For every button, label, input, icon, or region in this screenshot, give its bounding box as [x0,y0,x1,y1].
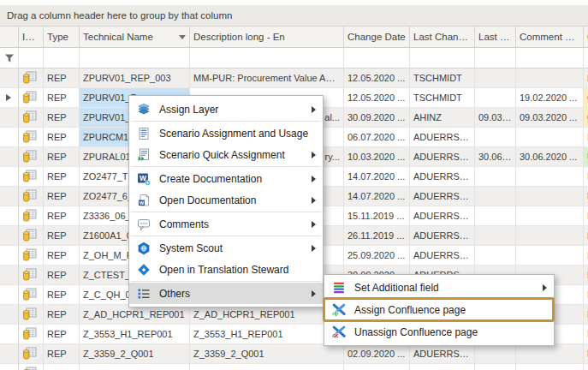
cell-status[interactable]: N [584,128,588,147]
column-header-type[interactable]: Type [44,27,80,48]
cell-icon[interactable] [19,88,44,108]
cell-type[interactable]: REP [44,69,80,88]
cell-icon[interactable] [19,305,44,325]
cell-status[interactable]: N [584,344,588,364]
cell-description[interactable]: Z_3359_2_Q001 [190,344,344,364]
cell-comment[interactable] [516,226,584,246]
column-header-icon[interactable]: Icon [19,27,44,48]
cell-change_date[interactable]: 02.09.2020 ... [344,344,410,364]
cell-icon[interactable] [19,206,44,226]
cell-icon[interactable] [19,226,44,246]
filter-cell-change_date[interactable] [344,48,410,69]
cell-last_doc[interactable] [475,69,516,88]
cell-status[interactable]: N [584,246,588,266]
cell-change_date[interactable]: 26.11.2019 ... [344,226,410,246]
cell-type[interactable]: REP [44,108,80,128]
column-header-last_changed[interactable]: Last Change... [410,27,475,48]
cell-type[interactable]: REP [44,344,80,364]
filter-cell-status[interactable] [584,48,588,69]
cell-status[interactable]: N [584,226,588,246]
cell-description[interactable]: Z_AD_HCPR1_REP001 [190,305,344,325]
cell-last_changed[interactable]: TSCHMIDT [410,69,475,88]
menu-item-create-documentation[interactable]: WCreate Documentation [129,168,323,189]
cell-technical_name[interactable] [80,364,190,370]
cell-last_changed[interactable]: AHINZ [410,108,475,128]
cell-type[interactable]: REP [44,128,80,147]
cell-last_changed[interactable]: TSCHMIDT [410,88,475,108]
cell-last_doc[interactable] [475,206,516,226]
cell-change_date[interactable]: 30.09.2020 ... [344,108,410,128]
column-header-description[interactable]: Description long - En [190,27,344,48]
cell-icon[interactable] [19,285,44,305]
cell-comment[interactable] [516,206,584,226]
cell-technical_name[interactable]: Z_3553_H1_REP001 [80,325,190,344]
filter-cell-icon[interactable] [19,48,44,69]
cell-status[interactable]: N [584,305,588,325]
cell-type[interactable]: REP [44,187,80,206]
table-row[interactable] [0,364,588,370]
cell-change_date[interactable]: 25.09.2020 ... [344,246,410,266]
column-header-comment[interactable]: Comment Co... [516,27,584,48]
column-header-change_date[interactable]: Change Date [344,27,410,48]
cell-last_changed[interactable]: ADUERRSTE... [410,167,475,187]
cell-type[interactable]: REP [44,88,80,108]
cell-icon[interactable] [19,167,44,187]
cell-icon[interactable] [19,128,44,147]
cell-type[interactable]: REP [44,167,80,187]
cell-status[interactable]: N [584,187,588,206]
cell-last_changed[interactable]: ADUERRSTE... [410,344,475,364]
column-header-status[interactable]: C [584,27,588,48]
cell-status[interactable]: U [584,147,588,167]
filter-cell-description[interactable] [190,48,344,69]
cell-status[interactable]: N [584,266,588,285]
menu-item-scenario-assignment-and-usage[interactable]: Scenario Assignment and Usage [129,122,323,144]
cell-technical_name[interactable]: Z_AD_HCPR1_REP001 [80,305,190,325]
cell-last_changed[interactable]: ADUERRSTE... [410,246,475,266]
cell-last_changed[interactable]: ADUERRSTE... [410,206,475,226]
cell-comment[interactable] [516,364,584,370]
menu-item-open-in-translation-steward[interactable]: Open in Translation Steward [129,259,323,280]
cell-icon[interactable] [19,69,44,88]
cell-comment[interactable]: 30.06.2020 ... [516,147,584,167]
cell-icon[interactable] [19,108,44,128]
cell-change_date[interactable]: 14.07.2020 ... [344,167,410,187]
cell-last_doc[interactable] [475,167,516,187]
cell-last_doc[interactable]: 30.06.... [475,147,516,167]
menu-item-system-scout[interactable]: System Scout [129,237,323,259]
cell-icon[interactable] [19,344,44,364]
cell-type[interactable]: REP [44,147,80,167]
table-row[interactable]: REPZ_3359_2_Q001Z_3359_2_Q00102.09.2020 … [0,344,588,364]
group-by-panel[interactable]: Drag a column header here to group by th… [0,0,588,27]
cell-icon[interactable] [19,364,44,370]
cell-technical_name[interactable]: ZPURV01_REP_003 [80,69,190,88]
cell-type[interactable]: REP [44,266,80,285]
cell-type[interactable]: REP [44,246,80,266]
cell-icon[interactable] [19,147,44,167]
cell-change_date[interactable]: 12.05.2020 ... [344,69,410,88]
menu-item-assign-confluence-page[interactable]: Assign Confluence page [324,299,554,321]
cell-icon[interactable] [19,187,44,206]
cell-last_doc[interactable] [475,128,516,147]
cell-comment[interactable] [516,167,584,187]
cell-status[interactable] [584,364,588,370]
cell-last_doc[interactable] [475,344,516,364]
cell-comment[interactable] [516,246,584,266]
menu-item-open-documentation[interactable]: wOpen Documentation [129,189,323,211]
cell-change_date[interactable]: 14.07.2020 ... [344,187,410,206]
cell-technical_name[interactable]: Z_3359_2_Q001 [80,344,190,364]
menu-item-assign-layer[interactable]: Assign Layer [129,98,323,120]
cell-type[interactable]: REP [44,305,80,325]
cell-last_doc[interactable] [475,226,516,246]
cell-type[interactable]: REP [44,226,80,246]
cell-comment[interactable] [516,128,584,147]
cell-last_changed[interactable]: ADUERRSTE... [410,226,475,246]
cell-status[interactable]: N [584,325,588,344]
cell-last_doc[interactable] [475,364,516,370]
cell-change_date[interactable]: 12.05.2020 ... [344,88,410,108]
cell-type[interactable] [44,364,80,370]
cell-last_doc[interactable] [475,187,516,206]
cell-change_date[interactable] [344,364,410,370]
cell-type[interactable]: REP [44,206,80,226]
cell-status[interactable]: N [584,285,588,305]
cell-comment[interactable] [516,344,584,364]
